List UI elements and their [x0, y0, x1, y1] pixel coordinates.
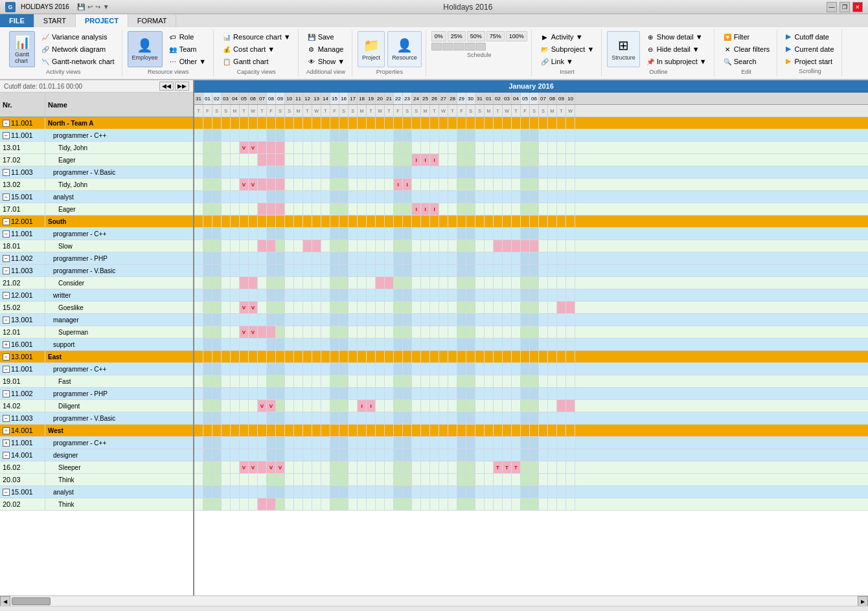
employee-button[interactable]: 👤 Employee — [128, 31, 163, 67]
redo-icon[interactable]: ↪ — [95, 3, 100, 10]
link-label: Link ▼ — [551, 58, 573, 65]
expand-icon[interactable]: − — [3, 427, 10, 434]
gantt-cell — [194, 179, 203, 190]
restore-button[interactable]: ❐ — [839, 2, 850, 12]
in-subproject-button[interactable]: 📌 In subproject ▼ — [643, 56, 710, 67]
project-start-button[interactable]: ▶ Project start — [782, 56, 836, 67]
close-button[interactable]: ✕ — [852, 2, 863, 12]
tab-format[interactable]: FORMAT — [128, 14, 177, 27]
manage-button[interactable]: ⚙ Manage — [304, 43, 348, 55]
tab-start[interactable]: START — [34, 14, 76, 27]
gantt-cell — [457, 166, 466, 178]
search-button[interactable]: 🔍 Search — [720, 56, 773, 67]
hide-detail-button[interactable]: ⊖ Hide detail ▼ — [643, 43, 710, 55]
team-icon: 👥 — [168, 45, 177, 54]
other-button[interactable]: ⋯ Other ▼ — [165, 56, 209, 67]
project-button[interactable]: 📁 Project — [358, 31, 385, 67]
save-button[interactable]: 💾 Save — [304, 31, 348, 43]
expand-icon[interactable]: − — [3, 415, 10, 422]
expand-icon[interactable]: − — [3, 169, 10, 176]
save-icon[interactable]: 💾 — [77, 3, 85, 10]
expand-icon[interactable]: − — [3, 353, 10, 361]
clear-filters-button[interactable]: ✕ Clear filters — [720, 43, 773, 55]
gantt-cell — [512, 277, 521, 289]
team-button[interactable]: 👥 Team — [165, 43, 209, 55]
gantt-cell — [339, 412, 348, 424]
bar-style-4[interactable] — [464, 43, 475, 50]
expand-icon[interactable]: − — [3, 230, 10, 238]
structure-button[interactable]: ⊞ Structure — [607, 31, 640, 67]
expand-icon[interactable]: − — [3, 366, 10, 373]
gantt-chart-button[interactable]: 📊 Ganttchart — [9, 31, 35, 67]
cutoff-date-button[interactable]: ▶ Cutoff date — [782, 31, 832, 42]
scroll-left-button[interactable]: ◀ — [0, 596, 10, 606]
expand-icon[interactable]: − — [3, 194, 10, 201]
gantt-cell — [231, 240, 240, 252]
subproject-button[interactable]: 📂 Subproject ▼ — [537, 43, 598, 55]
expand-icon[interactable]: − — [3, 255, 10, 262]
show-detail-button[interactable]: ⊕ Show detail ▼ — [643, 31, 710, 43]
gantt-cell — [403, 375, 412, 387]
expand-icon[interactable]: − — [3, 218, 10, 225]
variance-analysis-button[interactable]: 📈 Variance analysis — [38, 31, 118, 43]
scale-75-button[interactable]: 75% — [486, 31, 505, 41]
gantt-cell — [222, 228, 231, 239]
resource-chart-button[interactable]: 📊 Resource chart ▼ — [219, 31, 294, 43]
gantt-cell — [548, 228, 557, 239]
gantt-cell — [512, 363, 521, 375]
role-button[interactable]: 🏷 Role — [165, 31, 209, 43]
gantt-chart-view-button[interactable]: 📋 Gantt chart — [219, 56, 294, 67]
expand-icon[interactable]: − — [3, 489, 10, 496]
activity-button[interactable]: ▶ Activity ▼ — [537, 31, 598, 43]
gantt-network-button[interactable]: 📉 Gantt-network chart — [38, 56, 118, 67]
scale-50-button[interactable]: 50% — [467, 31, 485, 41]
expand-icon[interactable]: + — [3, 439, 10, 447]
show-button[interactable]: 👁 Show ▼ — [304, 56, 348, 67]
resource-button[interactable]: 👤 Resource — [387, 31, 422, 67]
scale-25-button[interactable]: 25% — [448, 31, 466, 41]
gantt-cell — [203, 252, 212, 264]
gantt-cell — [448, 302, 457, 313]
undo-icon[interactable]: ↩ — [87, 3, 93, 10]
dropdown-icon[interactable]: ▼ — [103, 3, 109, 10]
next-button[interactable]: ▶▶ — [175, 82, 189, 91]
gantt-cell — [212, 203, 222, 215]
cost-chart-button[interactable]: 💰 Cost chart ▼ — [219, 43, 294, 55]
tab-file[interactable]: FILE — [0, 14, 34, 27]
scroll-right-button[interactable]: ▶ — [858, 596, 868, 606]
prev-button[interactable]: ◀◀ — [159, 82, 174, 91]
gantt-cell — [475, 388, 485, 399]
expand-icon[interactable]: − — [3, 390, 10, 397]
gantt-cell — [403, 400, 412, 412]
bar-style-3[interactable] — [453, 43, 464, 50]
outline-col: ⊕ Show detail ▼ ⊖ Hide detail ▼ 📌 In sub… — [643, 31, 710, 67]
scale-0-button[interactable]: 0% — [431, 31, 446, 41]
filter-button[interactable]: 🔽 Filter — [720, 31, 773, 43]
tab-project[interactable]: PROJECT — [76, 14, 128, 27]
gantt-cell — [530, 388, 539, 399]
expand-icon[interactable]: − — [3, 267, 10, 274]
gantt-cell — [367, 437, 376, 449]
network-diagram-button[interactable]: 🔗 Network diagram — [38, 43, 118, 55]
expand-icon[interactable]: − — [3, 317, 10, 324]
expand-icon[interactable]: − — [3, 120, 10, 127]
scroll-thumb[interactable] — [12, 597, 51, 605]
day-number-cell: 05 — [521, 93, 530, 104]
current-date-button[interactable]: ▶ Current date — [782, 43, 837, 54]
gantt-cell — [303, 179, 312, 190]
horizontal-scrollbar[interactable]: ◀ ▶ — [0, 595, 868, 606]
minimize-button[interactable]: — — [827, 2, 837, 12]
bar-style-1[interactable] — [431, 43, 442, 50]
gantt-cell — [194, 351, 203, 362]
gantt-cell — [466, 425, 475, 436]
scale-100-button[interactable]: 100% — [506, 31, 527, 41]
expand-icon[interactable]: − — [3, 452, 10, 459]
expand-icon[interactable]: − — [3, 132, 10, 139]
bar-style-2[interactable] — [442, 43, 453, 50]
expand-icon[interactable]: + — [3, 341, 10, 348]
bar-style-5[interactable] — [475, 43, 486, 50]
gantt-cell — [512, 191, 521, 203]
link-button[interactable]: 🔗 Link ▼ — [537, 56, 598, 67]
scroll-track[interactable] — [10, 596, 858, 606]
expand-icon[interactable]: − — [3, 292, 10, 299]
